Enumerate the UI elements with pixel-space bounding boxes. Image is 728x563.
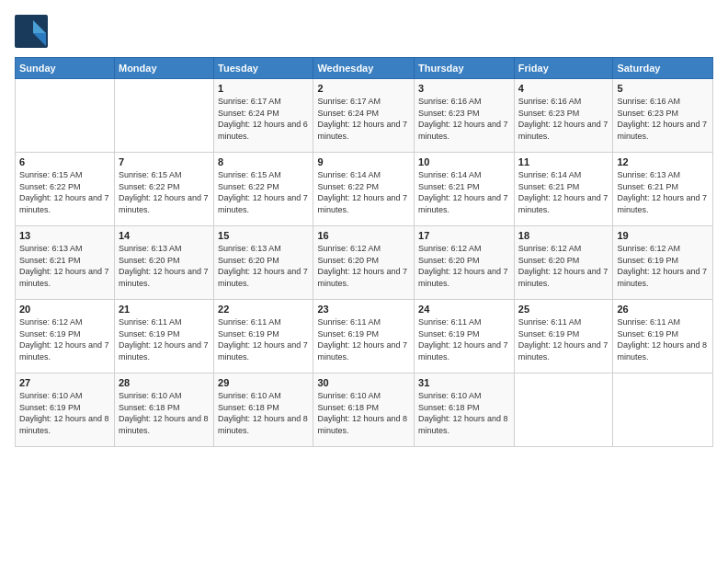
- day-info: Sunrise: 6:13 AM Sunset: 6:20 PM Dayligh…: [119, 243, 210, 289]
- calendar-cell: 13Sunrise: 6:13 AM Sunset: 6:21 PM Dayli…: [16, 226, 115, 300]
- day-number: 30: [317, 377, 410, 388]
- day-number: 26: [617, 304, 709, 315]
- calendar-cell: 12Sunrise: 6:13 AM Sunset: 6:21 PM Dayli…: [613, 153, 713, 226]
- day-number: 3: [418, 83, 510, 94]
- page: SundayMondayTuesdayWednesdayThursdayFrid…: [0, 0, 728, 563]
- day-info: Sunrise: 6:12 AM Sunset: 6:20 PM Dayligh…: [317, 243, 410, 289]
- calendar-cell: 30Sunrise: 6:10 AM Sunset: 6:18 PM Dayli…: [313, 373, 415, 447]
- calendar-cell: 14Sunrise: 6:13 AM Sunset: 6:20 PM Dayli…: [114, 226, 213, 300]
- day-number: 31: [418, 377, 510, 388]
- calendar-cell: 26Sunrise: 6:11 AM Sunset: 6:19 PM Dayli…: [613, 300, 713, 373]
- day-info: Sunrise: 6:11 AM Sunset: 6:19 PM Dayligh…: [617, 316, 709, 362]
- week-row-2: 13Sunrise: 6:13 AM Sunset: 6:21 PM Dayli…: [16, 226, 713, 300]
- calendar-cell: [613, 373, 713, 447]
- day-info: Sunrise: 6:13 AM Sunset: 6:21 PM Dayligh…: [617, 169, 709, 215]
- day-number: 17: [418, 230, 510, 241]
- calendar-cell: 20Sunrise: 6:12 AM Sunset: 6:19 PM Dayli…: [16, 300, 115, 373]
- calendar-cell: 31Sunrise: 6:10 AM Sunset: 6:18 PM Dayli…: [415, 373, 515, 447]
- day-info: Sunrise: 6:10 AM Sunset: 6:18 PM Dayligh…: [218, 390, 309, 436]
- day-info: Sunrise: 6:10 AM Sunset: 6:18 PM Dayligh…: [119, 390, 210, 436]
- day-number: 16: [317, 230, 410, 241]
- calendar-cell: 4Sunrise: 6:16 AM Sunset: 6:23 PM Daylig…: [514, 79, 613, 153]
- day-number: 22: [218, 304, 309, 315]
- day-number: 18: [518, 230, 609, 241]
- week-row-3: 20Sunrise: 6:12 AM Sunset: 6:19 PM Dayli…: [16, 300, 713, 373]
- calendar-cell: 16Sunrise: 6:12 AM Sunset: 6:20 PM Dayli…: [313, 226, 415, 300]
- weekday-header-monday: Monday: [114, 58, 213, 79]
- calendar-cell: 28Sunrise: 6:10 AM Sunset: 6:18 PM Dayli…: [114, 373, 213, 447]
- day-number: 1: [218, 83, 309, 94]
- day-info: Sunrise: 6:14 AM Sunset: 6:21 PM Dayligh…: [418, 169, 510, 215]
- calendar-cell: 3Sunrise: 6:16 AM Sunset: 6:23 PM Daylig…: [415, 79, 515, 153]
- day-info: Sunrise: 6:15 AM Sunset: 6:22 PM Dayligh…: [19, 169, 110, 215]
- calendar-cell: 18Sunrise: 6:12 AM Sunset: 6:20 PM Dayli…: [514, 226, 613, 300]
- calendar-cell: 27Sunrise: 6:10 AM Sunset: 6:19 PM Dayli…: [16, 373, 115, 447]
- header: [15, 15, 713, 48]
- day-info: Sunrise: 6:12 AM Sunset: 6:19 PM Dayligh…: [617, 243, 709, 289]
- day-number: 2: [317, 83, 410, 94]
- day-number: 21: [119, 304, 210, 315]
- weekday-header-saturday: Saturday: [613, 58, 713, 79]
- week-row-1: 6Sunrise: 6:15 AM Sunset: 6:22 PM Daylig…: [16, 153, 713, 226]
- day-number: 11: [518, 156, 609, 167]
- day-number: 19: [617, 230, 709, 241]
- day-number: 29: [218, 377, 309, 388]
- calendar-cell: 22Sunrise: 6:11 AM Sunset: 6:19 PM Dayli…: [214, 300, 313, 373]
- calendar-cell: 5Sunrise: 6:16 AM Sunset: 6:23 PM Daylig…: [613, 79, 713, 153]
- day-info: Sunrise: 6:17 AM Sunset: 6:24 PM Dayligh…: [218, 96, 309, 142]
- day-number: 4: [518, 83, 609, 94]
- day-number: 6: [19, 156, 110, 167]
- weekday-header-sunday: Sunday: [16, 58, 115, 79]
- calendar-cell: [16, 79, 115, 153]
- day-number: 9: [317, 156, 410, 167]
- day-number: 13: [19, 230, 110, 241]
- day-number: 15: [218, 230, 309, 241]
- day-number: 27: [19, 377, 110, 388]
- day-info: Sunrise: 6:10 AM Sunset: 6:19 PM Dayligh…: [19, 390, 110, 436]
- calendar-cell: 15Sunrise: 6:13 AM Sunset: 6:20 PM Dayli…: [214, 226, 313, 300]
- weekday-header-thursday: Thursday: [415, 58, 515, 79]
- calendar-cell: 19Sunrise: 6:12 AM Sunset: 6:19 PM Dayli…: [613, 226, 713, 300]
- day-info: Sunrise: 6:17 AM Sunset: 6:24 PM Dayligh…: [317, 96, 410, 142]
- calendar-cell: [114, 79, 213, 153]
- day-number: 7: [119, 156, 210, 167]
- day-info: Sunrise: 6:12 AM Sunset: 6:19 PM Dayligh…: [19, 316, 110, 362]
- day-info: Sunrise: 6:11 AM Sunset: 6:19 PM Dayligh…: [518, 316, 609, 362]
- day-number: 24: [418, 304, 510, 315]
- day-number: 28: [119, 377, 210, 388]
- day-info: Sunrise: 6:12 AM Sunset: 6:20 PM Dayligh…: [418, 243, 510, 289]
- general-blue-logo-icon: [15, 15, 48, 48]
- day-info: Sunrise: 6:12 AM Sunset: 6:20 PM Dayligh…: [518, 243, 609, 289]
- day-number: 23: [317, 304, 410, 315]
- day-number: 20: [19, 304, 110, 315]
- calendar-cell: 1Sunrise: 6:17 AM Sunset: 6:24 PM Daylig…: [214, 79, 313, 153]
- day-info: Sunrise: 6:11 AM Sunset: 6:19 PM Dayligh…: [418, 316, 510, 362]
- weekday-header-tuesday: Tuesday: [214, 58, 313, 79]
- day-info: Sunrise: 6:15 AM Sunset: 6:22 PM Dayligh…: [119, 169, 210, 215]
- day-info: Sunrise: 6:16 AM Sunset: 6:23 PM Dayligh…: [518, 96, 609, 142]
- day-info: Sunrise: 6:10 AM Sunset: 6:18 PM Dayligh…: [317, 390, 410, 436]
- calendar-cell: 7Sunrise: 6:15 AM Sunset: 6:22 PM Daylig…: [114, 153, 213, 226]
- calendar-cell: 23Sunrise: 6:11 AM Sunset: 6:19 PM Dayli…: [313, 300, 415, 373]
- calendar-cell: 10Sunrise: 6:14 AM Sunset: 6:21 PM Dayli…: [415, 153, 515, 226]
- day-number: 12: [617, 156, 709, 167]
- calendar-cell: 25Sunrise: 6:11 AM Sunset: 6:19 PM Dayli…: [514, 300, 613, 373]
- day-info: Sunrise: 6:14 AM Sunset: 6:21 PM Dayligh…: [518, 169, 609, 215]
- day-info: Sunrise: 6:11 AM Sunset: 6:19 PM Dayligh…: [119, 316, 210, 362]
- weekday-header-wednesday: Wednesday: [313, 58, 415, 79]
- weekday-header-row: SundayMondayTuesdayWednesdayThursdayFrid…: [16, 58, 713, 79]
- calendar-cell: 9Sunrise: 6:14 AM Sunset: 6:22 PM Daylig…: [313, 153, 415, 226]
- calendar-cell: 24Sunrise: 6:11 AM Sunset: 6:19 PM Dayli…: [415, 300, 515, 373]
- calendar-cell: [514, 373, 613, 447]
- calendar-cell: 2Sunrise: 6:17 AM Sunset: 6:24 PM Daylig…: [313, 79, 415, 153]
- day-info: Sunrise: 6:11 AM Sunset: 6:19 PM Dayligh…: [317, 316, 410, 362]
- logo: [15, 15, 51, 48]
- day-number: 10: [418, 156, 510, 167]
- calendar-cell: 11Sunrise: 6:14 AM Sunset: 6:21 PM Dayli…: [514, 153, 613, 226]
- day-info: Sunrise: 6:14 AM Sunset: 6:22 PM Dayligh…: [317, 169, 410, 215]
- day-number: 14: [119, 230, 210, 241]
- day-info: Sunrise: 6:11 AM Sunset: 6:19 PM Dayligh…: [218, 316, 309, 362]
- day-info: Sunrise: 6:13 AM Sunset: 6:20 PM Dayligh…: [218, 243, 309, 289]
- day-number: 5: [617, 83, 709, 94]
- week-row-0: 1Sunrise: 6:17 AM Sunset: 6:24 PM Daylig…: [16, 79, 713, 153]
